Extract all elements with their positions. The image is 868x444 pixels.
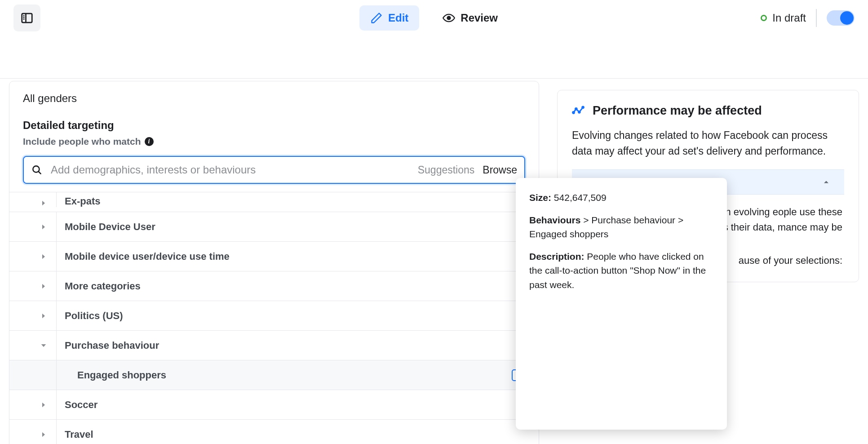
status-label: In draft: [772, 12, 806, 24]
detailed-targeting-heading: Detailed targeting: [23, 119, 525, 132]
caret-right-icon: [31, 282, 56, 290]
svg-point-8: [573, 111, 575, 113]
caret-right-icon: [31, 223, 56, 231]
panel-toggle-button[interactable]: [13, 4, 40, 31]
status-dot-icon: [761, 15, 767, 21]
tab-group: Edit Review: [359, 5, 509, 31]
header-divider: [0, 78, 868, 79]
targeting-search-input[interactable]: [43, 164, 418, 176]
include-match-label: Include people who match i: [23, 136, 525, 147]
tree-item-soccer[interactable]: Soccer: [9, 390, 539, 420]
svg-point-11: [582, 106, 584, 108]
tree-item-engaged-shoppers[interactable]: Engaged shoppers: [9, 360, 539, 390]
caret-right-icon: [31, 401, 56, 409]
popover-desc-row: Description: People who have clicked on …: [529, 249, 713, 292]
browse-link[interactable]: Browse: [483, 164, 517, 176]
main-content: All genders Detailed targeting Include p…: [0, 81, 868, 444]
caret-right-icon: [31, 312, 56, 320]
left-column: All genders Detailed targeting Include p…: [9, 81, 539, 444]
svg-point-10: [578, 111, 580, 113]
performance-title: Performance may be affected: [593, 104, 762, 118]
header-bar: Edit Review In draft: [0, 0, 868, 36]
popover-size-row: Size: 542,647,509: [529, 191, 713, 205]
adset-active-toggle[interactable]: [827, 10, 855, 26]
tree-item-mobile-device-user[interactable]: Mobile Device User: [9, 212, 539, 242]
info-icon[interactable]: i: [145, 137, 154, 146]
status-chip: In draft: [761, 12, 806, 24]
vertical-divider: [816, 9, 817, 27]
activity-icon: [572, 105, 585, 117]
svg-point-5: [447, 17, 451, 20]
header-right-group: In draft: [761, 9, 855, 27]
eye-icon: [443, 12, 455, 24]
performance-body: Evolving changes related to how Facebook…: [572, 128, 844, 159]
tab-edit[interactable]: Edit: [359, 5, 419, 31]
caret-right-icon: [31, 431, 56, 439]
tree-item-politics-us[interactable]: Politics (US): [9, 301, 539, 331]
targeting-search-row: Suggestions Browse: [23, 156, 525, 184]
chevron-up-icon: [822, 178, 831, 186]
svg-point-9: [575, 108, 577, 110]
panel-icon: [20, 11, 34, 25]
search-icon: [31, 164, 43, 176]
targeting-card: All genders Detailed targeting Include p…: [9, 81, 539, 444]
popover-path-row: Behaviours > Purchase behaviour > Engage…: [529, 213, 713, 241]
caret-right-icon: [31, 253, 56, 261]
tree-item-more-categories[interactable]: More categories: [9, 271, 539, 301]
tab-review[interactable]: Review: [432, 5, 509, 31]
gender-summary: All genders: [23, 92, 525, 105]
svg-line-7: [38, 171, 40, 173]
toggle-knob: [840, 11, 854, 25]
tab-edit-label: Edit: [388, 12, 408, 24]
tree-item-purchase-behaviour[interactable]: Purchase behaviour: [9, 331, 539, 360]
caret-right-icon: [31, 199, 56, 207]
tree-item-mobile-device-time[interactable]: Mobile device user/device use time: [9, 242, 539, 271]
suggestions-link[interactable]: Suggestions: [418, 164, 475, 176]
pencil-icon: [370, 12, 383, 24]
caret-down-icon: [31, 342, 56, 350]
tree-item-travel[interactable]: Travel: [9, 420, 539, 444]
targeting-browse-tree: Ex-pats Mobile Device User Mobile device…: [9, 192, 539, 444]
tab-review-label: Review: [461, 12, 498, 24]
targeting-detail-popover: Size: 542,647,509 Behaviours > Purchase …: [516, 178, 727, 430]
tree-item-ex-pats[interactable]: Ex-pats: [9, 192, 539, 212]
